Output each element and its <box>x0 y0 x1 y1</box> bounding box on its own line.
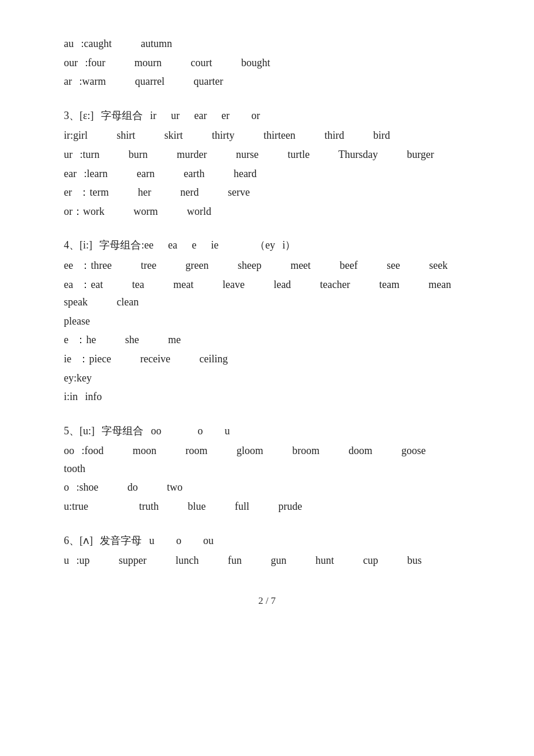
line-our: our :four mourn court bought <box>64 54 470 72</box>
section3-line1: ur :turn burn murder nurse turtle Thursd… <box>64 146 470 164</box>
section4-line3: e ：he she me <box>64 331 470 349</box>
section4-line6: i:in info <box>64 388 470 406</box>
section5-title: 5、[u:] 字母组合 oo o u <box>64 422 470 440</box>
section3: 3、[ε:] 字母组合 ir ur ear er or ir:girl shir… <box>64 107 470 221</box>
section4-line4: ie ：piece receive ceiling <box>64 350 470 368</box>
section4-title: 4、[i:] 字母组合:ee ea e ie （ey i） <box>64 236 470 254</box>
section4-line2: please <box>64 312 470 330</box>
section3-title: 3、[ε:] 字母组合 ir ur ear er or <box>64 107 470 125</box>
section4-line5: ey:key <box>64 369 470 387</box>
intro-section: au :caught autumn our :four mourn court … <box>64 35 470 91</box>
section5-line2: u:true truth blue full prude <box>64 498 470 516</box>
section6-title: 6、[ʌ] 发音字母 u o ou <box>64 532 470 550</box>
section3-line3: er ：term her nerd serve <box>64 183 470 201</box>
section5-line1: o :shoe do two <box>64 478 470 496</box>
section4-line1: ea ：eat tea meat leave lead teacher team… <box>64 276 470 311</box>
section5: 5、[u:] 字母组合 oo o u oo :food moon room gl… <box>64 422 470 516</box>
section6-line0: u :up supper lunch fun gun hunt cup bus <box>64 552 470 570</box>
line-au: au :caught autumn <box>64 35 470 53</box>
section4: 4、[i:] 字母组合:ee ea e ie （ey i） ee ：three … <box>64 236 470 405</box>
page-footer: 2 / 7 <box>64 593 470 610</box>
section4-line0: ee ：three tree green sheep meet beef see… <box>64 257 470 275</box>
section3-line2: ear :learn earn earth heard <box>64 165 470 183</box>
section6: 6、[ʌ] 发音字母 u o ou u :up supper lunch fun… <box>64 532 470 570</box>
section3-line4: or：work worm world <box>64 203 470 221</box>
content-area: au :caught autumn our :four mourn court … <box>64 35 470 570</box>
section5-line0: oo :food moon room gloom broom doom goos… <box>64 442 470 477</box>
page-number: 2 / 7 <box>258 595 276 606</box>
section3-line0: ir:girl shirt skirt thirty thirteen thir… <box>64 127 470 145</box>
line-ar: ar :warm quarrel quarter <box>64 73 470 91</box>
